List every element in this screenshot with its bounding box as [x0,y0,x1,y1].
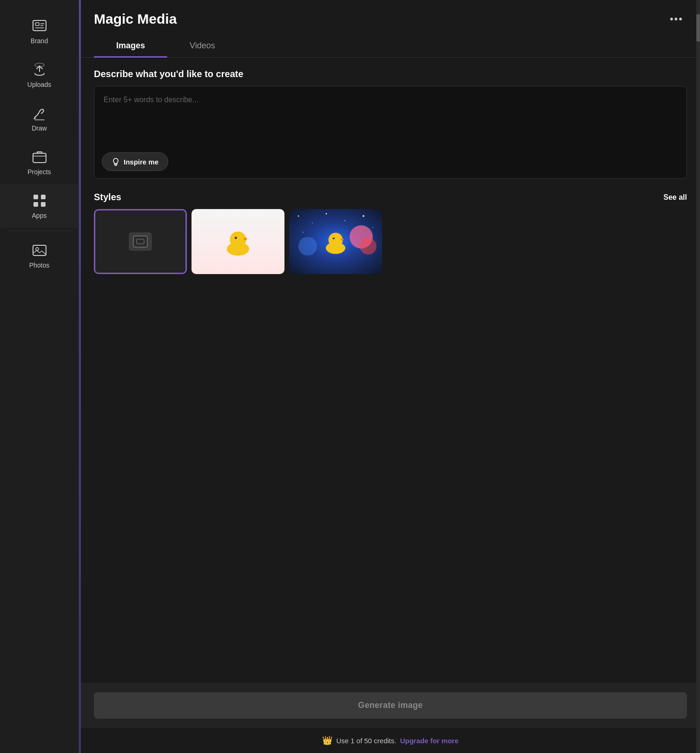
sidebar-item-apps[interactable]: Apps [0,184,79,228]
svg-rect-1 [35,23,39,26]
panel-title: Magic Media [94,11,177,27]
svg-point-32 [298,237,317,255]
panel-header: Magic Media ••• [81,0,700,27]
sidebar-item-label-draw: Draw [32,124,47,132]
svg-point-13 [36,248,39,250]
svg-point-28 [372,227,373,228]
svg-rect-16 [133,236,147,247]
credits-bar: 👑 Use 1 of 50 credits. Upgrade for more [81,728,700,753]
sidebar-item-label-projects: Projects [27,168,51,176]
svg-rect-10 [33,202,38,207]
generate-image-button[interactable]: Generate image [94,692,687,719]
apps-icon [31,192,48,209]
describe-section-title: Describe what you'd like to create [94,69,687,79]
style-duck-space-inner [289,209,382,274]
panel-content: Describe what you'd like to create Inspi… [81,58,700,683]
svg-rect-7 [33,153,46,163]
sidebar: Brand Uploads Draw [0,0,79,753]
sidebar-item-draw[interactable]: Draw [0,97,79,140]
styles-grid [94,209,687,274]
credits-text: Use 1 of 50 credits. [336,737,396,745]
sidebar-item-brand[interactable]: Brand [0,9,79,53]
style-duck-light-inner [192,209,284,274]
sidebar-item-photos[interactable]: Photos [0,234,79,277]
sidebar-item-projects[interactable]: Projects [0,140,79,184]
lightbulb-icon [112,157,120,166]
sidebar-item-uploads[interactable]: Uploads [0,53,79,97]
photos-icon [31,242,48,259]
svg-point-26 [344,220,345,221]
main-panel: Magic Media ••• Images Videos Describe w… [81,0,700,753]
svg-rect-11 [41,202,46,207]
svg-rect-9 [41,195,46,199]
sidebar-item-label-brand: Brand [31,37,48,45]
projects-icon [31,149,48,165]
svg-point-23 [298,216,299,217]
draw-icon [31,105,48,122]
upgrade-link[interactable]: Upgrade for more [400,737,459,745]
style-none-icon [129,232,152,251]
svg-point-29 [303,232,304,233]
sidebar-item-label-apps: Apps [32,212,47,219]
svg-point-37 [333,238,333,238]
svg-point-24 [312,223,313,223]
svg-point-25 [326,213,327,215]
tab-images[interactable]: Images [94,34,167,57]
svg-rect-12 [33,245,46,255]
inspire-btn-label: Inspire me [124,158,158,166]
sidebar-item-label-photos: Photos [29,262,50,269]
style-none-inner [95,210,185,273]
style-card-duck-light[interactable] [192,209,284,274]
svg-rect-0 [33,20,46,31]
tabs-row: Images Videos [81,34,700,58]
style-card-duck-space[interactable] [289,209,382,274]
crown-icon: 👑 [322,735,332,746]
more-options-button[interactable]: ••• [666,11,687,27]
sidebar-item-label-uploads: Uploads [27,81,51,88]
svg-rect-8 [33,195,38,199]
inspire-me-button[interactable]: Inspire me [102,152,168,171]
svg-point-31 [360,238,376,255]
brand-icon [31,18,48,34]
svg-point-27 [363,215,364,217]
see-all-button[interactable]: See all [663,193,687,202]
svg-point-22 [235,237,236,238]
uploads-icon [31,61,48,78]
describe-textarea[interactable] [104,96,677,142]
style-card-none[interactable] [94,209,187,274]
tab-videos[interactable]: Videos [167,34,238,57]
svg-point-21 [235,237,237,239]
scrollbar-thumb[interactable] [696,14,700,42]
generate-section: Generate image [81,683,700,728]
svg-point-36 [333,237,335,239]
describe-textarea-wrapper[interactable]: Inspire me [94,86,687,179]
styles-header: Styles See all [94,192,687,203]
sidebar-divider [8,230,71,231]
styles-title: Styles [94,192,121,203]
